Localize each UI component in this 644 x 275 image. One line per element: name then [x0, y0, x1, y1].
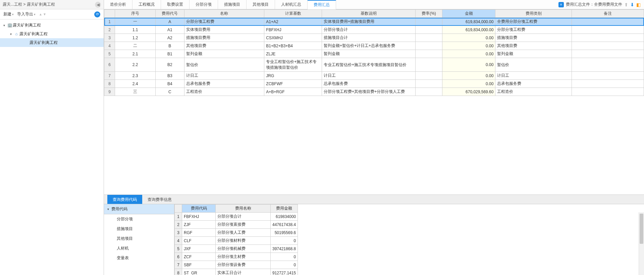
table-row[interactable]: 9三C工程造价A+B+RGF分部分项工程费+其他项目费+分部分项人工费670,0… — [104, 88, 644, 96]
list-item[interactable]: 3RGF分部分项人工费50195569.6 — [175, 229, 298, 237]
main-grid[interactable]: 序号 费用代号 名称 计算基数 基数说明 费率(%) 金额 费用类别 备注 1一… — [104, 9, 644, 96]
upload-icon[interactable]: ⬆ — [624, 2, 628, 7]
list-item[interactable]: 4CLF分部分项材料费0 — [175, 237, 298, 245]
doc-icon: ≡ — [558, 2, 564, 7]
back-icon[interactable]: ◀ — [95, 2, 101, 8]
new-button[interactable]: 新建▾ — [3, 11, 14, 17]
table-row[interactable]: 4二B其他项目费B1+B2+B3+B4暂列金额+暂估价+计日工+总承包服务费0.… — [104, 42, 644, 50]
tab-fbfx[interactable]: 分部分项 — [190, 0, 218, 9]
table-row[interactable]: 1一A分部分项工程费A1+A2实体项目费用+措施项目费用619,834,000.… — [104, 18, 644, 26]
tab-csxm[interactable]: 措施项目 — [218, 0, 247, 9]
table-row[interactable]: 31.2A2措施项目费用CSXMHJ措施项目合计0.00措施项目费 — [104, 34, 644, 42]
list-item[interactable]: 2ZJF分部分项直接费447617438.4 — [175, 221, 298, 229]
panel-toggle-icon[interactable]: ◧ — [636, 2, 641, 7]
table-row[interactable]: 62.2B2暂估价专业工程暂估价+施工技术专项措施项目暂估价专业工程暂估价+施工… — [104, 58, 644, 72]
list-item[interactable]: 1FBFXHJ分部分项合计619834000 — [175, 213, 298, 221]
side-head[interactable]: ▾费用代码 — [104, 204, 174, 214]
bottom-tabs: 查询费用代码 查询费率信息 — [104, 195, 644, 204]
col-mc[interactable]: 名称 — [184, 10, 264, 18]
breadcrumb: 露天...工程 > 露天矿剥离工程 ◀ — [0, 0, 104, 9]
list-item[interactable]: 8ST_GR实体工日合计912727.1415 — [175, 269, 298, 275]
list-item[interactable]: 7SBF分部分项设备费0 — [175, 261, 298, 269]
tree-root[interactable]: ▾🏢 露天矿剥离工程 — [0, 21, 104, 30]
lookup-grid[interactable]: 费用代码 费用名称 费用金额 1FBFXHJ分部分项合计6198340002ZJ… — [174, 204, 298, 275]
lcol-code[interactable]: 费用代码 — [182, 205, 216, 213]
tree-level1[interactable]: ▾⌂ 露天矿剥离工程 — [0, 30, 104, 38]
breadcrumb-text[interactable]: 露天...工程 > 露天矿剥离工程 — [3, 2, 55, 7]
btab-rate[interactable]: 查询费率信息 — [142, 195, 177, 204]
move-up-icon[interactable]: ▲ — [39, 12, 42, 16]
side-list: ▾费用代码 分部分项 措施项目 其他项目 人材机 变量表 — [104, 204, 174, 275]
tree-leaf[interactable]: 露天矿剥离工程 — [0, 38, 104, 47]
col-bz[interactable]: 备注 — [572, 10, 644, 18]
refresh-icon[interactable]: ⟳ — [94, 11, 100, 17]
tab-rcjhz[interactable]: 人材机汇总 — [275, 0, 308, 9]
col-fl[interactable]: 费率(%) — [415, 10, 442, 18]
tab-strip: 造价分析 工程概况 取费设置 分部分项 措施项目 其他项目 人材机汇总 费用汇总… — [104, 0, 644, 9]
list-item[interactable]: 6ZCF分部分项主材费0 — [175, 253, 298, 261]
col-jsjs[interactable]: 计算基数 — [264, 10, 322, 18]
table-row[interactable]: 82.4B4总承包服务费ZCBFWF总承包服务费0.00总承包服务费 — [104, 80, 644, 88]
side-item-csxm[interactable]: 措施项目 — [104, 224, 174, 234]
btab-code[interactable]: 查询费用代码 — [107, 195, 142, 204]
tab-qtxm[interactable]: 其他项目 — [247, 0, 275, 9]
tab-qfsz[interactable]: 取费设置 — [161, 0, 190, 9]
side-item-rcj[interactable]: 人材机 — [104, 243, 174, 253]
lcol-amt[interactable]: 费用金额 — [271, 205, 298, 213]
import-export-button[interactable]: 导入导出▾ — [17, 11, 36, 17]
tab-fyhz[interactable]: 费用汇总 — [308, 0, 336, 9]
col-dh[interactable]: 费用代号 — [155, 10, 184, 18]
scrollbar[interactable] — [639, 212, 644, 275]
project-tree: ▾🏢 露天矿剥离工程 ▾⌂ 露天矿剥离工程 露天矿剥离工程 — [0, 19, 104, 275]
lcol-name[interactable]: 费用名称 — [216, 205, 271, 213]
building-icon: 🏢 — [7, 23, 13, 28]
col-xh[interactable]: 序号 — [115, 10, 156, 18]
side-item-fbfx[interactable]: 分部分项 — [104, 214, 174, 224]
file-label: 费用汇总文件：全费用费用文件 — [566, 2, 622, 7]
table-row[interactable]: 52.1B1暂列金额ZLJE暂列金额0.00暂列金额 — [104, 50, 644, 58]
list-item[interactable]: 5JXF分部分项机械费397421868.8 — [175, 245, 298, 253]
side-item-blb[interactable]: 变量表 — [104, 253, 174, 263]
house-icon: ⌂ — [13, 32, 19, 36]
table-row[interactable]: 72.3B3计日工JRG计日工0.00计日工 — [104, 72, 644, 80]
tab-zjfx[interactable]: 造价分析 — [104, 0, 132, 9]
tab-gcgk[interactable]: 工程概况 — [132, 0, 161, 9]
col-je[interactable]: 金额 — [442, 10, 495, 18]
move-down-icon[interactable]: ▼ — [43, 12, 46, 16]
col-jssm[interactable]: 基数说明 — [322, 10, 415, 18]
col-lb[interactable]: 费用类别 — [495, 10, 572, 18]
left-toolbar: 新建▾ 导入导出▾ ▲▼ ⟳ — [0, 9, 104, 19]
download-icon[interactable]: ⬇ — [630, 2, 634, 7]
table-row[interactable]: 21.1A1实体项目费用FBFXHJ分部分项合计619,834,000.00分部… — [104, 26, 644, 34]
side-item-qtxm[interactable]: 其他项目 — [104, 234, 174, 243]
